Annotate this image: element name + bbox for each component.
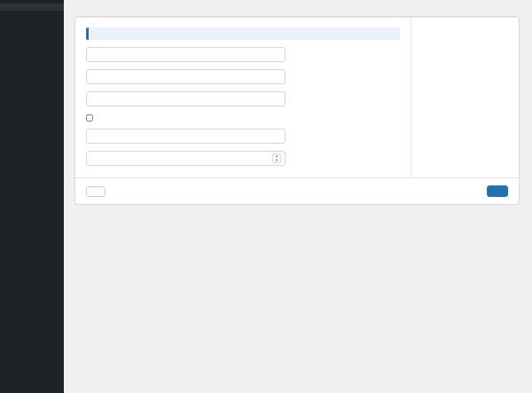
fee-wizard-card: ▲▼ — [74, 16, 520, 205]
description-input[interactable] — [86, 69, 286, 84]
page-title — [74, 0, 520, 16]
wizard-footer — [75, 177, 519, 204]
admin-content: ▲▼ — [64, 0, 532, 393]
admin-sidebar — [0, 0, 64, 393]
next-button[interactable] — [487, 185, 508, 197]
highlight-fee-checkbox[interactable] — [86, 114, 93, 122]
number-stepper-icon[interactable]: ▲▼ — [272, 153, 281, 163]
back-button[interactable] — [86, 186, 106, 197]
summary-panel — [411, 18, 519, 177]
display-step-form: ▲▼ — [75, 18, 411, 177]
wizard-body: ▲▼ — [75, 18, 519, 177]
internal-name-input[interactable] — [86, 129, 286, 144]
step-intro-banner — [86, 28, 400, 40]
priority-field: ▲▼ — [86, 151, 286, 166]
ppl-fees-submenu — [0, 4, 64, 11]
fee-label-input[interactable] — [86, 47, 286, 62]
priority-input[interactable] — [86, 151, 286, 166]
highlight-fee-row — [86, 114, 400, 122]
tooltip-input[interactable] — [86, 91, 286, 106]
